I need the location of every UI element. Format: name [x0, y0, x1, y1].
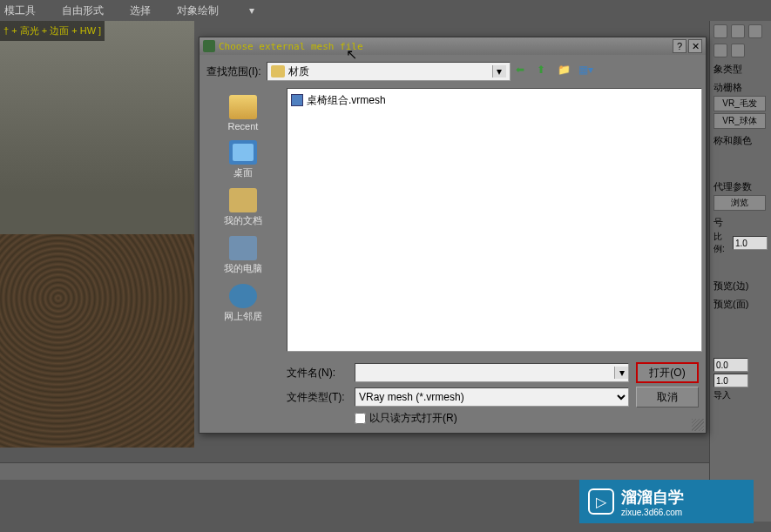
- folder-icon: [271, 65, 285, 77]
- resize-grip[interactable]: [692, 419, 704, 431]
- documents-icon: [229, 188, 257, 212]
- desktop-icon: [229, 140, 257, 165]
- places-sidebar: Recent 桌面 我的文档 我的电脑 网上邻居: [200, 88, 287, 352]
- back-icon[interactable]: ⬅: [516, 64, 531, 79]
- panel-icon[interactable]: [714, 24, 727, 38]
- lookup-value: 材质: [288, 64, 309, 79]
- readonly-label: 以只读方式打开(R): [369, 411, 457, 426]
- section-object-type: 象类型: [714, 63, 768, 76]
- open-button[interactable]: 打开(O): [636, 362, 699, 383]
- viewport-label: † + 高光 + 边面 + HW ]: [0, 21, 105, 41]
- filename-input[interactable]: ▾: [355, 363, 629, 382]
- section-auto-grid: 动栅格: [714, 81, 768, 94]
- numeric-input[interactable]: [714, 358, 748, 372]
- numeric-input[interactable]: [714, 374, 748, 387]
- lookup-label: 查找范围(I):: [206, 64, 261, 79]
- dialog-icon: [203, 40, 215, 52]
- file-item[interactable]: 桌椅组合.vrmesh: [291, 92, 698, 108]
- dialog-title: Choose external mesh file: [219, 41, 671, 52]
- sidebar-computer[interactable]: 我的电脑: [208, 232, 278, 279]
- section-name-color: 称和颜色: [714, 134, 768, 147]
- file-list[interactable]: 桌椅组合.vrmesh ↖: [287, 88, 702, 352]
- ratio-label: 比例:: [714, 231, 731, 255]
- up-icon[interactable]: ⬆: [537, 64, 552, 79]
- vr-sphere-button[interactable]: VR_球体: [714, 113, 766, 129]
- file-dialog: Choose external mesh file ? ✕ 查找范围(I): 材…: [199, 37, 707, 434]
- browse-button[interactable]: 浏览: [714, 195, 766, 211]
- sidebar-mydocs[interactable]: 我的文档: [208, 185, 278, 231]
- watermark-url: zixue.3d66.com: [621, 508, 684, 517]
- menu-freeform[interactable]: 自由形式: [62, 3, 104, 18]
- filetype-select[interactable]: VRay mesh (*.vrmesh): [355, 387, 629, 407]
- vrmesh-file-icon: [291, 94, 303, 106]
- cancel-button[interactable]: 取消: [636, 387, 699, 407]
- watermark-title: 溜溜自学: [621, 487, 684, 508]
- import-label: 导入: [714, 389, 731, 401]
- ratio-input[interactable]: [733, 236, 768, 250]
- viewport-render: [0, 21, 194, 448]
- dialog-titlebar: Choose external mesh file ? ✕: [200, 37, 706, 55]
- network-icon: [229, 284, 257, 308]
- new-folder-icon[interactable]: 📁: [558, 64, 573, 79]
- unit-label: 号: [714, 216, 768, 229]
- close-button[interactable]: ✕: [688, 39, 702, 53]
- panel-icon[interactable]: [731, 44, 745, 57]
- folder-icon: [229, 95, 257, 119]
- play-icon: ▷: [588, 488, 614, 515]
- top-menu: 模工具 自由形式 选择 对象绘制 ▾: [0, 0, 771, 21]
- timeline[interactable]: [0, 462, 709, 480]
- file-name: 桌椅组合.vrmesh: [307, 93, 386, 108]
- menu-tools[interactable]: 模工具: [4, 3, 36, 18]
- computer-icon: [229, 236, 257, 260]
- help-button[interactable]: ?: [673, 39, 686, 53]
- sidebar-recent[interactable]: Recent: [208, 91, 278, 135]
- vr-fur-button[interactable]: VR_毛发: [714, 96, 766, 111]
- sidebar-network[interactable]: 网上邻居: [208, 280, 278, 327]
- lookup-combo[interactable]: 材质 ▾: [267, 62, 511, 81]
- panel-icon[interactable]: [731, 24, 745, 38]
- sidebar-desktop[interactable]: 桌面: [208, 137, 278, 183]
- command-panel: 象类型 动栅格 VR_毛发 VR_球体 称和颜色 代理参数 浏览 号 比例: 预…: [709, 21, 771, 522]
- panel-icon[interactable]: [714, 44, 727, 57]
- section-proxy-params: 代理参数: [714, 180, 768, 193]
- preview-face-label: 预览(面): [714, 298, 768, 311]
- filetype-label: 文件类型(T):: [287, 390, 348, 405]
- menu-objdraw[interactable]: 对象绘制: [177, 3, 219, 18]
- menu-select[interactable]: 选择: [130, 3, 151, 18]
- readonly-checkbox[interactable]: [355, 413, 366, 424]
- view-menu-icon[interactable]: ▦▾: [578, 64, 594, 79]
- filename-label: 文件名(N):: [287, 366, 348, 380]
- watermark: ▷ 溜溜自学 zixue.3d66.com: [579, 480, 754, 523]
- panel-icon[interactable]: [748, 24, 762, 38]
- menu-dropdown-icon[interactable]: ▾: [249, 4, 254, 17]
- chevron-down-icon: ▾: [492, 65, 506, 77]
- preview-edge-label: 预览(边): [714, 279, 768, 293]
